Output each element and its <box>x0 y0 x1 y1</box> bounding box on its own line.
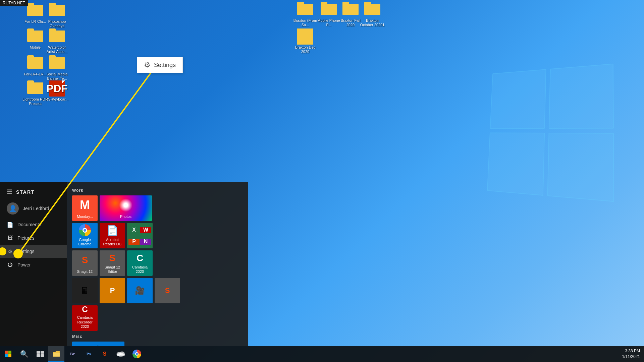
folder-icon <box>297 2 313 18</box>
windows-logo-decoration <box>483 67 610 194</box>
folder-icon <box>27 28 43 45</box>
tile-label-acrobat: Acrobat Reader DC <box>102 238 123 246</box>
section-label-work: Work <box>72 188 243 193</box>
settings-tooltip: Settings <box>137 57 183 73</box>
photoshop-button[interactable]: Ps <box>80 346 97 362</box>
tile-icon-monday: M <box>74 197 96 213</box>
work-row-2: Google Chrome 📄 Acrobat Reader DC X W P … <box>72 223 243 248</box>
user-avatar: 👤 <box>7 202 19 215</box>
start-menu-label: START <box>16 189 35 195</box>
rutab-topbar: RUTAB.NET <box>0 0 28 6</box>
file-explorer-button[interactable] <box>48 346 64 362</box>
pictures-icon: 🖼 <box>7 235 13 241</box>
svg-rect-8 <box>8 351 11 354</box>
icon-label: Mobile <box>30 45 41 50</box>
tile-label-snagit12: Snagit 12 <box>77 269 93 274</box>
folder-icon <box>364 2 380 18</box>
tile-icon-weather: 🌤 <box>74 344 122 346</box>
tile-calculator[interactable]: 🖩 <box>72 278 98 303</box>
folder-icon <box>342 2 359 18</box>
tile-camtasia2020[interactable]: C Camtasia 2020 <box>127 250 153 276</box>
tile-monday[interactable]: M Monday... <box>72 195 98 221</box>
sidebar-item-documents[interactable]: 📄 Documents <box>0 218 67 231</box>
svg-point-18 <box>119 351 125 355</box>
sidebar-item-label: Pictures <box>17 235 35 241</box>
desktop-icon-photoshop[interactable]: Photoshop Overlays <box>44 3 70 28</box>
tile-google-chrome[interactable]: Google Chrome <box>72 223 98 248</box>
folder-icon <box>321 2 337 18</box>
icon-label: For-LR-Cla... <box>24 19 46 24</box>
work-row-3: S Snagit 12 S Snagit 12 Editor C Camtasi… <box>72 250 243 276</box>
tile-camtasia-recorder[interactable]: C Camtasia Recorder 2020 <box>72 305 98 331</box>
icon-label: Watercolor Artist-Actio... <box>44 45 70 54</box>
sidebar-item-settings[interactable]: ⚙ Settings <box>0 245 67 258</box>
tile-photos[interactable]: Photos <box>100 195 152 221</box>
start-sidebar: ☰ START 👤 Jerri Ledford 📄 Documents 🖼 Pi… <box>0 182 67 346</box>
folder-icon <box>27 3 43 19</box>
desktop-icon-social-media[interactable]: Social Media Banner Te... <box>44 55 70 81</box>
sidebar-item-label: Documents <box>17 222 41 227</box>
icon-label: Braxton Dec 2020 <box>292 45 319 54</box>
tile-label-monday: Monday... <box>77 215 93 219</box>
settings-icon: ⚙ <box>7 248 13 255</box>
win-pane-tr <box>549 64 614 129</box>
tile-label-camtasia-recorder: Camtasia Recorder 2020 <box>74 315 96 329</box>
win-pane-br <box>547 133 614 202</box>
tile-zoom[interactable]: 🎥 <box>127 278 153 303</box>
svg-rect-11 <box>37 351 40 354</box>
icon-label: Social Media Banner Te... <box>44 72 70 81</box>
win-pane-bl <box>487 133 545 196</box>
tile-icon-photos <box>102 197 150 213</box>
desktop-icon-ps-keyboard[interactable]: PDF PS-Keyboar... <box>44 80 70 102</box>
svg-rect-7 <box>5 351 8 354</box>
sidebar-item-pictures[interactable]: 🖼 Pictures <box>0 231 67 245</box>
tile-icon-acrobat: 📄 <box>102 225 123 236</box>
icon-label: Braxton (From Su... <box>292 18 319 27</box>
desktop-icon-watercolor[interactable]: Watercolor Artist-Actio... <box>44 28 70 54</box>
taskbar-clock: 3:38 PM 1/11/2021 <box>618 348 644 360</box>
tile-icon-chrome <box>74 224 96 236</box>
tile-weather[interactable]: 🌤 Weather <box>72 342 124 346</box>
search-button[interactable]: 🔍 <box>16 346 32 362</box>
tile-label-snagit12-editor: Snagit 12 Editor <box>102 265 123 274</box>
start-tiles: Work M Monday... Photos <box>67 182 248 346</box>
tile-acrobat[interactable]: 📄 Acrobat Reader DC <box>100 223 125 248</box>
svg-rect-14 <box>41 354 44 357</box>
folder-icon <box>297 28 313 45</box>
tile-snagit12[interactable]: S Snagit 12 <box>72 250 98 276</box>
yellow-circle <box>13 249 23 258</box>
desktop-icon-braxton-from-su[interactable]: Braxton (From Su... <box>292 2 319 27</box>
onedrive-button[interactable] <box>113 346 129 362</box>
tile-snagit-x[interactable]: S <box>155 278 180 303</box>
clock-date: 1/11/2021 <box>622 354 640 360</box>
tile-icon-snagit12: S <box>74 252 96 268</box>
tile-icon-calc: 🖩 <box>74 280 96 301</box>
chrome-taskbar-button[interactable] <box>129 346 145 362</box>
folder-icon <box>49 55 65 71</box>
tile-icon-camtasia-recorder: C <box>74 305 96 314</box>
sidebar-user[interactable]: 👤 Jerri Ledford <box>0 199 67 218</box>
start-button[interactable] <box>0 346 16 362</box>
snagit-button[interactable]: S <box>97 346 113 362</box>
tile-snagit12-editor[interactable]: S Snagit 12 Editor <box>100 250 125 276</box>
svg-rect-12 <box>41 351 44 354</box>
topbar-label: RUTAB.NET <box>3 1 25 5</box>
desktop-icon-braxton-dec[interactable]: Braxton Dec 2020 <box>292 28 319 54</box>
task-view-button[interactable] <box>32 346 48 362</box>
folder-icon <box>49 3 65 19</box>
svg-rect-9 <box>5 354 8 357</box>
start-label: ☰ START <box>0 185 67 199</box>
tile-powerbi[interactable]: P <box>100 278 125 303</box>
tile-icon-camtasia2020: C <box>129 252 151 264</box>
bridge-button[interactable]: Br <box>64 346 80 362</box>
tile-icon-snagit12-editor: S <box>102 252 123 264</box>
sidebar-item-power[interactable]: ⏻ Power <box>0 258 67 272</box>
section-label-misc: Misc <box>72 334 243 339</box>
work-row-1: M Monday... Photos <box>72 195 243 221</box>
desktop-icon-braxton-october[interactable]: Braxton October 20201 <box>359 2 386 27</box>
tile-office[interactable]: X W P N <box>127 223 153 248</box>
svg-rect-15 <box>53 353 60 357</box>
power-icon: ⏻ <box>7 261 13 268</box>
document-icon: 📄 <box>7 221 13 228</box>
icon-label: Braxton October 20201 <box>359 18 386 27</box>
